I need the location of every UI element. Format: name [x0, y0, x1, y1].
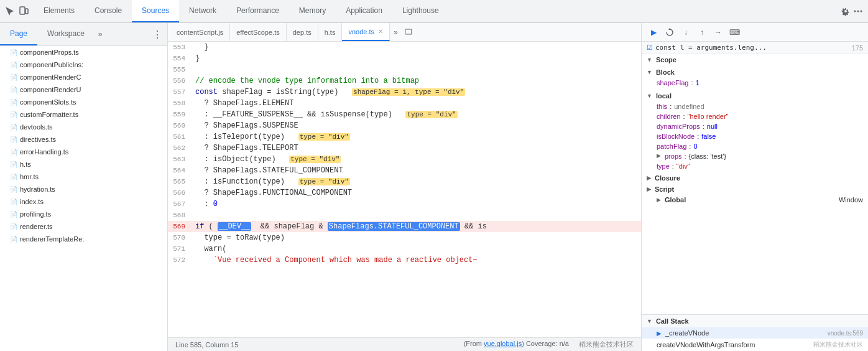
file-icon: 📄 [10, 174, 17, 180]
tree-item-errorHandling[interactable]: 📄 errorHandling.ts [0, 146, 167, 158]
tree-item-componentRenderU[interactable]: 📄 componentRenderU [0, 83, 167, 96]
tree-item-h[interactable]: 📄 h.ts [0, 158, 167, 171]
code-line-562: 562 ? ShapeFlags.TELEPORT [168, 143, 641, 154]
scope-row-shapeFlag: shapeFlag : 1 [642, 78, 868, 88]
sub-nav: Page Workspace » ⋮ [0, 23, 167, 46]
file-tab-effectScope[interactable]: effectScope.ts [230, 23, 287, 41]
tab-console[interactable]: Console [85, 0, 132, 22]
file-tab-dep[interactable]: dep.ts [287, 23, 318, 41]
sub-nav-right: ⋮ [147, 29, 167, 40]
code-line-554: 554 } [168, 53, 641, 64]
tree-item-componentProps[interactable]: 📄 componentProps.ts [0, 46, 167, 58]
code-line-561: 561 : isTeleport(type) type = "div" [168, 131, 641, 143]
tree-item-index[interactable]: 📄 index.ts [0, 195, 167, 208]
svg-rect-1 [25, 9, 28, 14]
tree-item-componentSlots[interactable]: 📄 componentSlots.ts [0, 96, 167, 108]
global-triangle: ▶ [657, 197, 661, 203]
deactivate-button[interactable]: ⌨ [727, 26, 741, 39]
tree-item-customFormatter[interactable]: 📄 customFormatter.ts [0, 108, 167, 121]
tab-elements[interactable]: Elements [34, 0, 85, 22]
file-icon: 📄 [10, 161, 17, 168]
step-button[interactable]: → [711, 26, 725, 39]
global-row[interactable]: ▶ Global Window [642, 195, 868, 205]
code-editor[interactable]: 553 } 554 } 555 556 // encode the vnode … [168, 42, 641, 337]
inspect-icon[interactable] [5, 6, 15, 16]
cursor-position: Line 585, Column 15 [175, 341, 239, 349]
tab-network[interactable]: Network [179, 0, 226, 22]
sub-nav-more[interactable]: » [95, 30, 106, 39]
block-triangle: ▼ [647, 69, 652, 75]
tree-item-renderer[interactable]: 📄 renderer.ts [0, 220, 167, 233]
step-over-icon [665, 28, 674, 37]
status-bar: Line 585, Column 15 (From vue.global.js)… [168, 337, 641, 351]
code-line-567: 567 : 0 [168, 199, 641, 210]
scope-row-isBlockNode: isBlockNode : false [642, 131, 868, 141]
code-line-563: 563 : isObject(type) type = "div" [168, 154, 641, 165]
file-icon: 📄 [10, 136, 17, 143]
step-into-button[interactable]: ↓ [679, 26, 693, 39]
call-stack-section: ▼ Call Stack ▶ _createVNode vnode.ts:569… [642, 314, 868, 351]
file-icon: 📄 [10, 223, 17, 230]
svg-point-3 [857, 11, 859, 12]
code-line-560: 560 ? ShapeFlags.SUSPENSE [168, 120, 641, 131]
tab-performance[interactable]: Performance [226, 0, 289, 22]
checkbox-icon[interactable]: ☑ [647, 44, 653, 52]
tab-application[interactable]: Application [336, 0, 392, 22]
sub-nav-dots[interactable]: ⋮ [152, 29, 162, 40]
scope-header[interactable]: ▼ Scope [642, 54, 868, 65]
file-icon: 📄 [10, 186, 17, 193]
tab-memory[interactable]: Memory [289, 0, 336, 22]
code-line-558: 558 ? ShapeFlags.ELEMENT [168, 98, 641, 109]
code-line-570: 570 type = toRaw(type) [168, 232, 641, 243]
tree-item-componentRenderC[interactable]: 📄 componentRenderC [0, 71, 167, 83]
code-line-559: 559 : __FEATURE_SUSPENSE__ && isSuspense… [168, 109, 641, 120]
prop-val-shapeFlag: 1 [695, 79, 699, 87]
vue-global-link[interactable]: vue.global.js [484, 340, 522, 347]
tree-item-componentPublic[interactable]: 📄 componentPublicIns: [0, 58, 167, 71]
tree-item-rendererTemplate[interactable]: 📄 rendererTemplateRe: [0, 233, 167, 245]
script-triangle: ▶ [647, 186, 651, 192]
more-file-tabs[interactable]: » [390, 28, 402, 37]
step-over-button[interactable] [663, 26, 676, 39]
svg-point-2 [854, 11, 856, 12]
sub-tab-page[interactable]: Page [0, 23, 37, 45]
right-panel: ▶ ↓ ↑ → ⌨ ☑ const l = arguments.leng... … [641, 23, 868, 351]
code-line-565: 565 : isFunction(type) type = "div" [168, 176, 641, 187]
tree-item-profiling[interactable]: 📄 profiling.ts [0, 208, 167, 220]
more-icon[interactable] [853, 6, 863, 16]
code-line-568: 568 [168, 210, 641, 221]
callstack-item-createVNode[interactable]: ▶ _createVNode vnode.ts:569 [642, 327, 868, 339]
script-header[interactable]: ▶ Script [642, 184, 868, 195]
resume-button[interactable]: ▶ [647, 26, 660, 39]
code-line-571: 571 warn( [168, 243, 641, 255]
step-out-button[interactable]: ↑ [695, 26, 709, 39]
tab-lighthouse[interactable]: Lighthouse [392, 0, 449, 22]
tree-item-directives[interactable]: 📄 directives.ts [0, 133, 167, 146]
tree-item-devtools[interactable]: 📄 devtools.ts [0, 121, 167, 133]
device-icon[interactable] [19, 6, 29, 16]
file-tab-vnode[interactable]: vnode.ts ✕ [342, 23, 390, 41]
sub-tab-workspace[interactable]: Workspace [37, 23, 95, 45]
code-line-557: 557 const shapeFlag = isString(type) sha… [168, 87, 641, 98]
file-icon: 📄 [10, 111, 17, 118]
call-stack-header[interactable]: ▼ Call Stack [642, 315, 868, 327]
tab-sources[interactable]: Sources [132, 0, 179, 22]
tree-item-hmr[interactable]: 📄 hmr.ts [0, 171, 167, 183]
scope-triangle: ▼ [647, 57, 652, 63]
close-tab-icon[interactable]: ✕ [378, 28, 383, 35]
file-tab-contentScript[interactable]: contentScript.js [170, 23, 230, 41]
callstack-item-createVNodeWithArgs[interactable]: createVNodeWithArgsTransform 稻米熊金技术社区 [642, 339, 868, 351]
debug-arrow-icon: ▶ [657, 330, 662, 337]
new-tab-button[interactable] [402, 29, 417, 36]
code-line-556: 556 // encode the vnode type information… [168, 75, 641, 87]
block-header[interactable]: ▼ Block [642, 67, 868, 78]
closure-triangle: ▶ [647, 175, 651, 181]
scope-row-props[interactable]: ▶ props : {class: 'test'} [642, 151, 868, 161]
settings-icon[interactable] [841, 6, 851, 16]
file-tab-h[interactable]: h.ts [318, 23, 343, 41]
closure-header[interactable]: ▶ Closure [642, 172, 868, 184]
tree-item-hydration[interactable]: 📄 hydration.ts [0, 183, 167, 195]
local-header[interactable]: ▼ local [642, 90, 868, 101]
svg-rect-5 [405, 29, 412, 34]
scope-row-children: children : "hello render" [642, 111, 868, 121]
